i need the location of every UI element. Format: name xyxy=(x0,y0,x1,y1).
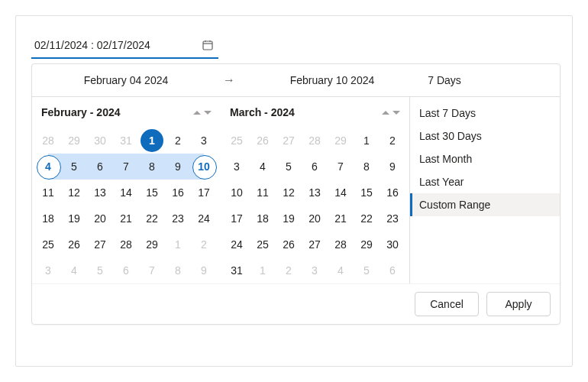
day-cell[interactable]: 12 xyxy=(276,180,302,206)
day-cell[interactable]: 7 xyxy=(328,154,354,180)
day-cell[interactable]: 25 xyxy=(224,128,250,154)
day-cell[interactable]: 4 xyxy=(250,154,276,180)
summary-days-count: 7 Days xyxy=(420,74,469,86)
preset-item[interactable]: Last 7 Days xyxy=(410,102,560,125)
day-cell[interactable]: 28 xyxy=(35,128,61,154)
day-cell[interactable]: 27 xyxy=(276,128,302,154)
day-cell[interactable]: 6 xyxy=(302,154,328,180)
day-cell[interactable]: 10 xyxy=(191,154,217,180)
day-cell[interactable]: 6 xyxy=(113,257,139,283)
day-cell[interactable]: 24 xyxy=(224,231,250,257)
calendar-icon[interactable] xyxy=(202,39,214,51)
apply-button[interactable]: Apply xyxy=(486,292,551,316)
day-cell[interactable]: 29 xyxy=(354,231,380,257)
day-cell[interactable]: 26 xyxy=(276,231,302,257)
day-cell[interactable]: 5 xyxy=(87,257,113,283)
day-cell[interactable]: 24 xyxy=(191,206,217,231)
day-cell[interactable]: 2 xyxy=(165,128,191,154)
day-cell[interactable]: 2 xyxy=(276,257,302,283)
day-cell[interactable]: 10 xyxy=(224,180,250,206)
day-cell[interactable]: 29 xyxy=(139,231,165,257)
day-cell[interactable]: 25 xyxy=(250,231,276,257)
day-cell[interactable]: 27 xyxy=(87,231,113,257)
day-cell[interactable]: 5 xyxy=(276,154,302,180)
day-cell[interactable]: 13 xyxy=(87,180,113,206)
day-cell[interactable]: 3 xyxy=(191,128,217,154)
day-cell[interactable]: 20 xyxy=(302,206,328,231)
day-cell[interactable]: 26 xyxy=(61,231,87,257)
day-cell[interactable]: 8 xyxy=(139,154,165,180)
day-cell[interactable]: 30 xyxy=(87,128,113,154)
day-cell[interactable]: 13 xyxy=(302,180,328,206)
day-cell[interactable]: 5 xyxy=(61,154,87,180)
day-cell[interactable]: 31 xyxy=(224,257,250,283)
day-cell[interactable]: 28 xyxy=(328,231,354,257)
day-cell[interactable]: 3 xyxy=(224,154,250,180)
day-cell[interactable]: 4 xyxy=(328,257,354,283)
day-cell[interactable]: 17 xyxy=(191,180,217,206)
day-cell[interactable]: 28 xyxy=(302,128,328,154)
day-cell[interactable]: 19 xyxy=(276,206,302,231)
day-cell[interactable]: 7 xyxy=(139,257,165,283)
day-cell[interactable]: 7 xyxy=(113,154,139,180)
day-cell[interactable]: 26 xyxy=(250,128,276,154)
day-cell[interactable]: 8 xyxy=(354,154,380,180)
day-cell[interactable]: 17 xyxy=(224,206,250,231)
day-cell[interactable]: 11 xyxy=(35,180,61,206)
day-cell[interactable]: 6 xyxy=(87,154,113,180)
day-cell[interactable]: 1 xyxy=(139,128,165,154)
day-cell[interactable]: 18 xyxy=(250,206,276,231)
calendar-left-title: February - 2024 xyxy=(41,106,121,118)
day-cell[interactable]: 5 xyxy=(354,257,380,283)
calendar-right-nav xyxy=(382,111,400,115)
day-cell[interactable]: 27 xyxy=(302,231,328,257)
day-cell[interactable]: 21 xyxy=(328,206,354,231)
day-cell[interactable]: 12 xyxy=(61,180,87,206)
day-cell[interactable]: 2 xyxy=(380,128,405,154)
day-cell[interactable]: 9 xyxy=(165,154,191,180)
next-month-icon[interactable] xyxy=(393,111,400,115)
preset-item[interactable]: Last Month xyxy=(410,147,560,170)
date-range-input[interactable]: 02/11/2024 : 02/17/2024 xyxy=(31,34,218,59)
cancel-button[interactable]: Cancel xyxy=(415,292,479,316)
day-cell[interactable]: 25 xyxy=(35,231,61,257)
preset-item[interactable]: Last 30 Days xyxy=(410,125,560,147)
day-cell[interactable]: 31 xyxy=(113,128,139,154)
day-cell[interactable]: 1 xyxy=(354,128,380,154)
preset-item[interactable]: Last Year xyxy=(410,170,560,193)
prev-month-icon[interactable] xyxy=(193,111,201,115)
prev-month-icon[interactable] xyxy=(382,111,389,115)
day-cell[interactable]: 1 xyxy=(165,231,191,257)
day-cell[interactable]: 19 xyxy=(61,206,87,231)
day-cell[interactable]: 9 xyxy=(380,154,405,180)
day-cell[interactable]: 16 xyxy=(380,180,405,206)
day-cell[interactable]: 4 xyxy=(61,257,87,283)
day-cell[interactable]: 22 xyxy=(354,206,380,231)
day-cell[interactable]: 9 xyxy=(191,257,217,283)
day-cell[interactable]: 3 xyxy=(302,257,328,283)
day-cell[interactable]: 29 xyxy=(328,128,354,154)
day-cell[interactable]: 6 xyxy=(380,257,405,283)
day-cell[interactable]: 3 xyxy=(35,257,61,283)
day-cell[interactable]: 21 xyxy=(113,206,139,231)
day-cell[interactable]: 30 xyxy=(380,231,405,257)
day-cell[interactable]: 28 xyxy=(113,231,139,257)
day-cell[interactable]: 16 xyxy=(165,180,191,206)
day-cell[interactable]: 22 xyxy=(139,206,165,231)
day-cell[interactable]: 23 xyxy=(380,206,405,231)
day-cell[interactable]: 18 xyxy=(35,206,61,231)
day-cell[interactable]: 4 xyxy=(35,154,61,180)
day-cell[interactable]: 8 xyxy=(165,257,191,283)
day-cell[interactable]: 14 xyxy=(113,180,139,206)
day-cell[interactable]: 29 xyxy=(61,128,87,154)
day-cell[interactable]: 2 xyxy=(191,231,217,257)
day-cell[interactable]: 11 xyxy=(250,180,276,206)
day-cell[interactable]: 23 xyxy=(165,206,191,231)
next-month-icon[interactable] xyxy=(204,111,212,115)
day-cell[interactable]: 15 xyxy=(354,180,380,206)
day-cell[interactable]: 15 xyxy=(139,180,165,206)
day-cell[interactable]: 20 xyxy=(87,206,113,231)
day-cell[interactable]: 1 xyxy=(250,257,276,283)
day-cell[interactable]: 14 xyxy=(328,180,354,206)
preset-item[interactable]: Custom Range xyxy=(410,193,560,216)
